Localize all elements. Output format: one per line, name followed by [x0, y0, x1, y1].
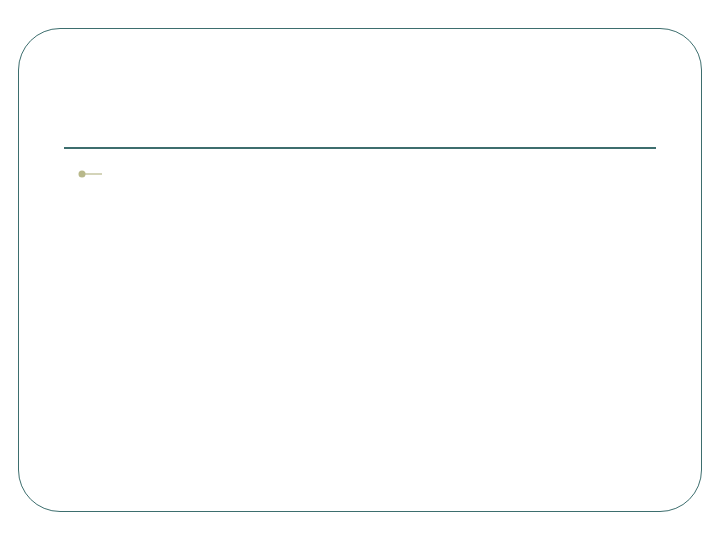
title-underline [64, 147, 656, 149]
bullet-item [77, 169, 656, 179]
svg-point-0 [79, 171, 86, 178]
content-area [77, 169, 656, 471]
slide-frame [18, 28, 702, 512]
title-placeholder [64, 74, 656, 146]
bullet-icon [77, 169, 103, 179]
